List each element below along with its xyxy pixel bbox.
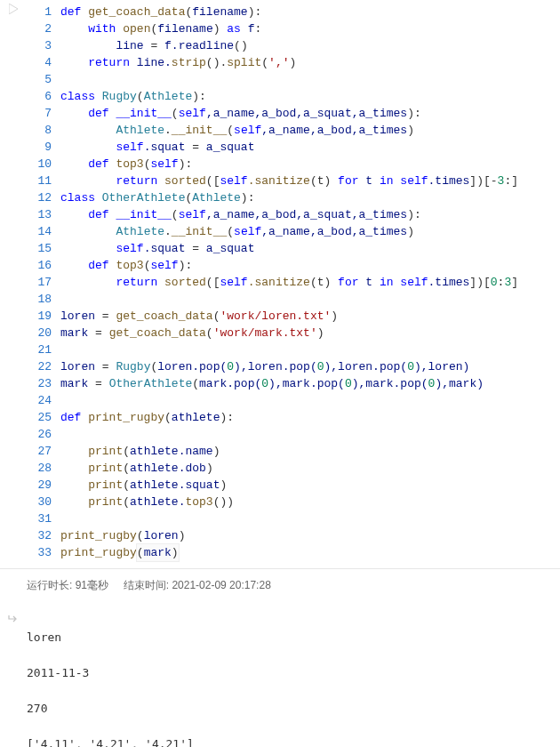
code-line[interactable] — [60, 341, 560, 358]
output-arrow-icon — [8, 613, 19, 626]
line-number: 30 — [27, 494, 52, 510]
code-line[interactable]: loren = get_coach_data('work/loren.txt') — [60, 308, 560, 325]
output-line: 270 — [27, 700, 560, 718]
code-line[interactable]: Athlete.__init__(self,a_name,a_bod,a_tim… — [60, 223, 560, 240]
output-panel: loren 2011-11-3 270 ['4.11', '4.21', '4.… — [0, 602, 560, 747]
line-number: 33 — [27, 544, 52, 561]
code-line[interactable]: print_rugby(mark) — [60, 544, 560, 561]
line-number: 4 — [27, 54, 52, 71]
line-number: 10 — [27, 156, 52, 173]
line-number: 6 — [27, 88, 52, 105]
code-line[interactable]: print(athlete.dob) — [60, 460, 560, 477]
code-line[interactable]: return sorted([self.sanitize(t) for t in… — [60, 274, 560, 291]
runtime-value: 91毫秒 — [76, 579, 108, 591]
line-number: 3 — [27, 37, 52, 54]
output-line: loren — [27, 629, 560, 647]
line-number: 8 — [27, 122, 52, 139]
line-number: 9 — [27, 139, 52, 156]
runtime-label: 运行时长: — [27, 579, 76, 591]
output-gutter — [0, 611, 27, 747]
line-number: 25 — [27, 409, 52, 426]
run-cell-icon[interactable] — [9, 4, 18, 18]
code-line[interactable] — [60, 392, 560, 409]
line-number: 7 — [27, 105, 52, 122]
code-line[interactable]: with open(filename) as f: — [60, 20, 560, 37]
line-number: 17 — [27, 274, 52, 291]
code-line[interactable]: def top3(self): — [60, 156, 560, 173]
code-line[interactable]: def __init__(self,a_name,a_bod,a_squat,a… — [60, 105, 560, 122]
line-number: 15 — [27, 240, 52, 257]
line-number: 28 — [27, 460, 52, 477]
svg-marker-0 — [9, 4, 18, 14]
code-line[interactable]: def __init__(self,a_name,a_bod,a_squat,a… — [60, 206, 560, 223]
line-number: 16 — [27, 257, 52, 274]
line-number: 29 — [27, 477, 52, 494]
code-line[interactable]: Athlete.__init__(self,a_name,a_bod,a_tim… — [60, 122, 560, 139]
code-area[interactable]: def get_coach_data(filename): with open(… — [60, 0, 560, 561]
code-line[interactable]: def get_coach_data(filename): — [60, 4, 560, 20]
code-line[interactable]: print(athlete.squat) — [60, 477, 560, 494]
line-number: 13 — [27, 206, 52, 223]
line-number: 18 — [27, 291, 52, 308]
code-line[interactable]: return line.strip().split(',') — [60, 54, 560, 71]
line-number: 32 — [27, 527, 52, 544]
code-line[interactable] — [60, 291, 560, 308]
code-line[interactable]: print(athlete.top3()) — [60, 494, 560, 510]
line-number: 23 — [27, 375, 52, 392]
line-number: 27 — [27, 443, 52, 460]
code-line[interactable]: class OtherAthlete(Athlete): — [60, 189, 560, 206]
code-line[interactable]: mark = OtherAthlete(mark.pop(0),mark.pop… — [60, 375, 560, 392]
code-line[interactable]: line = f.readline() — [60, 37, 560, 54]
line-number: 11 — [27, 173, 52, 189]
code-line[interactable]: def top3(self): — [60, 257, 560, 274]
code-line[interactable]: class Rugby(Athlete): — [60, 88, 560, 105]
line-number: 14 — [27, 223, 52, 240]
run-gutter — [0, 0, 27, 561]
endtime-label: 结束时间: — [124, 579, 172, 591]
output-line: ['4.11', '4.21', '4.21'] — [27, 735, 560, 747]
endtime-value: 2021-02-09 20:17:28 — [172, 579, 270, 591]
line-number: 20 — [27, 325, 52, 341]
code-line[interactable]: loren = Rugby(loren.pop(0),loren.pop(0),… — [60, 358, 560, 375]
output-line: 2011-11-3 — [27, 664, 560, 682]
code-editor[interactable]: 1 2 3 4 5 6 7 8 9 10 11 12 13 14 15 16 1… — [0, 0, 560, 561]
code-line[interactable]: print_rugby(loren) — [60, 527, 560, 544]
line-number: 26 — [27, 426, 52, 443]
code-line[interactable]: self.squat = a_squat — [60, 139, 560, 156]
line-number-gutter: 1 2 3 4 5 6 7 8 9 10 11 12 13 14 15 16 1… — [27, 0, 60, 561]
code-line[interactable]: return sorted([self.sanitize(t) for t in… — [60, 173, 560, 189]
line-number: 22 — [27, 358, 52, 375]
line-number: 31 — [27, 510, 52, 527]
code-line[interactable] — [60, 426, 560, 443]
code-line[interactable]: mark = get_coach_data('work/mark.txt') — [60, 325, 560, 341]
code-line[interactable]: print(athlete.name) — [60, 443, 560, 460]
line-number: 21 — [27, 341, 52, 358]
code-line[interactable]: def print_rugby(athlete): — [60, 409, 560, 426]
status-bar: 运行时长: 91毫秒 结束时间: 2021-02-09 20:17:28 — [0, 568, 560, 602]
line-number: 12 — [27, 189, 52, 206]
line-number: 2 — [27, 20, 52, 37]
line-number: 1 — [27, 4, 52, 20]
code-line[interactable]: self.squat = a_squat — [60, 240, 560, 257]
line-number: 5 — [27, 71, 52, 88]
line-number: 24 — [27, 392, 52, 409]
output-body: loren 2011-11-3 270 ['4.11', '4.21', '4.… — [27, 611, 560, 747]
line-number: 19 — [27, 308, 52, 325]
code-line[interactable] — [60, 510, 560, 527]
code-line[interactable] — [60, 71, 560, 88]
